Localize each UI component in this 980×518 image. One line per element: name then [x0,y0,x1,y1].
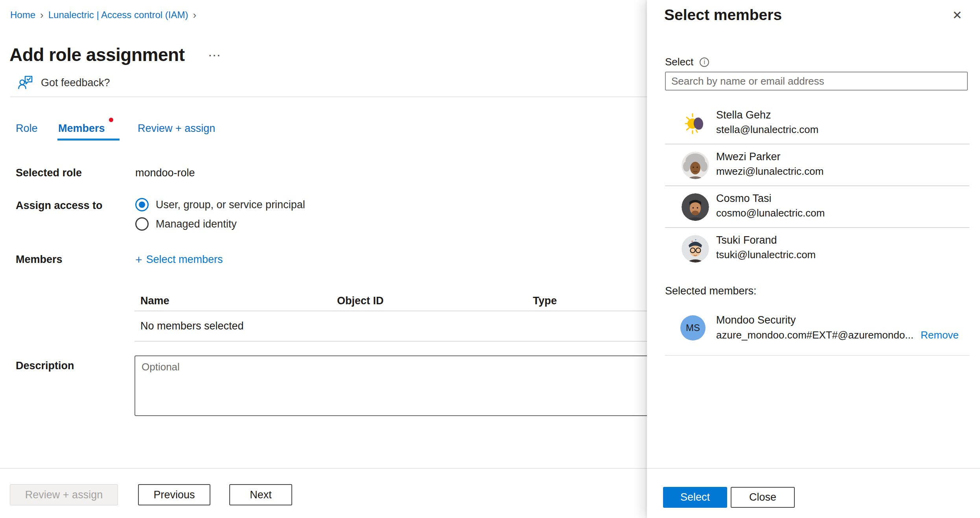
person-email: stella@lunalectric.com [716,124,818,136]
selected-member-name: Mondoo Security [716,314,796,326]
active-tab-underline [57,139,120,141]
avatar-tsuki-forand [682,235,709,263]
breadcrumb-chevron-icon: › [40,10,44,20]
feedback-label: Got feedback? [41,77,110,89]
plus-icon: + [135,254,142,265]
member-suggestions-list: Stella Gehz stella@lunalectric.com [647,103,980,270]
selected-members-label: Selected members: [665,285,757,297]
page-title: Add role assignment [9,44,184,65]
radio-selected-icon[interactable] [135,198,149,211]
tab-members[interactable]: Members [58,122,105,135]
table-header-type: Type [533,295,557,307]
description-textarea[interactable] [134,355,685,416]
info-icon[interactable]: i [700,57,709,67]
selected-role-label: Selected role [16,167,82,179]
list-item-tsuki-forand[interactable]: Tsuki Forand tsuki@lunalectric.com [647,228,980,270]
list-item-stella-gehz[interactable]: Stella Gehz stella@lunalectric.com [647,103,980,144]
avatar-stella-gehz [682,110,709,137]
radio-label[interactable]: User, group, or service principal [156,199,305,211]
table-header-object-id: Object ID [337,295,384,307]
breadcrumb: Home › Lunalectric | Access control (IAM… [10,9,196,20]
breadcrumb-iam-link[interactable]: Lunalectric | Access control (IAM) [48,9,188,20]
previous-button[interactable]: Previous [138,484,210,505]
table-row-divider [134,341,685,342]
remove-member-link[interactable]: Remove [921,329,959,341]
select-members-link-label: Select members [146,253,223,266]
select-field-label: Select [665,56,693,68]
close-icon[interactable]: ✕ [947,5,967,25]
members-alert-dot [109,118,113,122]
tab-review-assign[interactable]: Review + assign [138,122,215,135]
select-button[interactable]: Select [663,487,727,508]
select-members-link[interactable]: + Select members [135,253,223,266]
person-name: Cosmo Tasi [716,192,772,205]
members-label: Members [16,253,63,266]
table-header-name: Name [140,295,169,307]
panel-title: Select members [664,6,782,24]
list-item-cosmo-tasi[interactable]: Cosmo Tasi cosmo@lunalectric.com [647,186,980,228]
feedback-person-icon [17,74,35,91]
member-search-input[interactable] [665,72,968,91]
review-assign-button[interactable]: Review + assign [10,484,118,505]
person-name: Mwezi Parker [716,151,781,163]
avatar-cosmo-tasi [682,193,709,221]
list-item-mwezi-parker[interactable]: Mwezi Parker mwezi@lunalectric.com [647,144,980,186]
footer-divider [0,468,647,469]
description-label: Description [16,360,74,372]
radio-user-group-service-principal[interactable]: User, group, or service principal [135,198,305,211]
breadcrumb-chevron-icon: › [193,10,196,20]
table-empty-text: No members selected [140,320,244,332]
got-feedback-link[interactable]: Got feedback? [17,74,110,91]
close-button[interactable]: Close [731,487,795,508]
tab-role[interactable]: Role [16,122,38,135]
avatar-mondoo-security: MS [680,315,706,340]
avatar-initials: MS [686,322,700,333]
panel-footer-divider [647,468,980,469]
selected-role-value: mondoo-role [135,167,195,179]
radio-managed-identity[interactable]: Managed identity [135,217,237,231]
header-divider [10,96,647,97]
table-header-divider [134,311,685,311]
breadcrumb-home-link[interactable]: Home [10,9,35,20]
person-name: Stella Gehz [716,109,771,121]
avatar-mwezi-parker [682,152,709,179]
assign-access-to-label: Assign access to [16,200,103,212]
person-email: mwezi@lunalectric.com [716,165,823,178]
select-field-label-row: Select i [665,56,709,68]
selected-members-divider [665,355,969,356]
person-email: cosmo@lunalectric.com [716,207,825,219]
radio-label[interactable]: Managed identity [156,218,237,230]
selected-member-upn: azure_mondoo.com#EXT#@azuremondo... [716,329,914,341]
page-more-menu-button[interactable]: … [208,44,223,59]
person-email: tsuki@lunalectric.com [716,249,816,261]
add-role-assignment-page: Home › Lunalectric | Access control (IAM… [0,0,647,518]
radio-unselected-icon[interactable] [135,217,149,231]
person-name: Tsuki Forand [716,234,777,246]
select-members-panel: Select members ✕ Select i [647,0,980,518]
next-button[interactable]: Next [229,484,292,505]
